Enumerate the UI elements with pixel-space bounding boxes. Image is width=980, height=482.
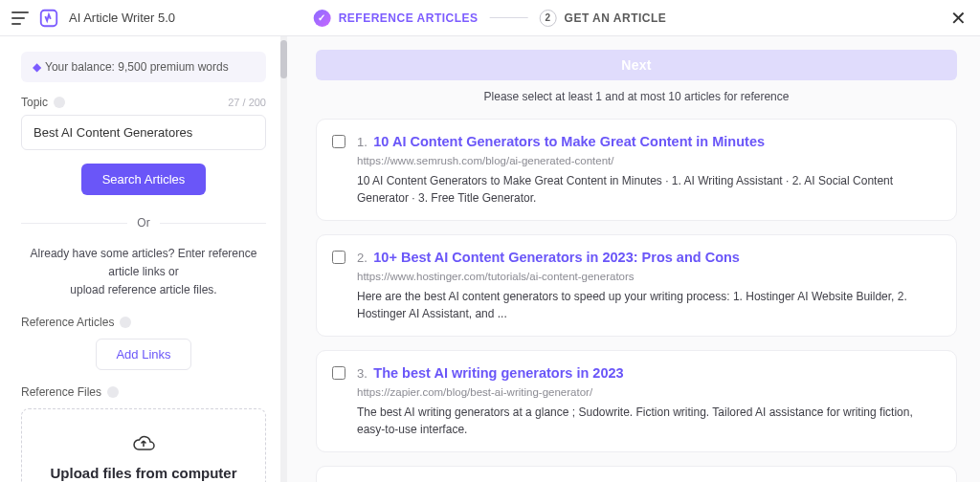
result-snippet: The best AI writing generators at a glan… xyxy=(357,404,939,438)
reference-files-label: Reference Files xyxy=(21,385,101,399)
step-reference-articles[interactable]: ✓ REFERENCE ARTICLES xyxy=(314,10,479,27)
result-card: 3. The best AI writing generators in 202… xyxy=(316,350,957,452)
topic-input[interactable] xyxy=(21,115,266,150)
app-header: AI Article Writer 5.0 ✓ REFERENCE ARTICL… xyxy=(0,0,980,36)
step-number-icon: 2 xyxy=(540,10,557,27)
info-icon[interactable] xyxy=(54,97,65,108)
result-snippet: 10 AI Content Generators to Make Great C… xyxy=(357,172,939,207)
result-checkbox[interactable] xyxy=(332,366,345,380)
result-checkbox[interactable] xyxy=(332,251,345,264)
result-url: https://zapier.com/blog/best-ai-writing-… xyxy=(357,386,939,398)
results-list: 1. 10 AI Content Generators to Make Grea… xyxy=(316,119,957,482)
result-number: 3. xyxy=(357,366,368,381)
check-icon: ✓ xyxy=(314,10,331,27)
result-title[interactable]: 10+ Best AI Content Generators in 2023: … xyxy=(373,250,740,265)
app-title: AI Article Writer 5.0 xyxy=(69,11,175,25)
result-checkbox[interactable] xyxy=(332,135,345,148)
char-counter: 27 / 200 xyxy=(228,97,266,108)
stepper: ✓ REFERENCE ARTICLES 2 GET AN ARTICLE xyxy=(314,10,667,27)
reference-articles-label: Reference Articles xyxy=(21,316,114,329)
result-title[interactable]: The best AI writing generators in 2023 xyxy=(373,365,623,381)
menu-icon[interactable] xyxy=(11,11,29,25)
result-number: 1. xyxy=(357,135,368,149)
result-card: 4. 11 Best AI Content Generators You Nee… xyxy=(316,466,957,482)
selection-hint: Please select at least 1 and at most 10 … xyxy=(316,90,957,103)
main-panel: Next Please select at least 1 and at mos… xyxy=(287,36,980,482)
search-articles-button[interactable]: Search Articles xyxy=(81,164,207,195)
balance-badge: ◆ Your balance: 9,500 premium words xyxy=(21,52,266,82)
dropzone-title: Upload files from computer xyxy=(32,465,256,481)
result-card: 1. 10 AI Content Generators to Make Grea… xyxy=(316,119,957,221)
or-divider: Or xyxy=(21,216,266,230)
upload-cloud-icon xyxy=(130,432,157,455)
result-url: https://www.hostinger.com/tutorials/ai-c… xyxy=(357,271,939,282)
app-logo-icon xyxy=(38,8,59,29)
sidebar: ◆ Your balance: 9,500 premium words Topi… xyxy=(0,36,287,482)
close-icon[interactable]: ✕ xyxy=(950,7,967,30)
result-snippet: Here are the best AI content generators … xyxy=(357,288,939,322)
result-url: https://www.semrush.com/blog/ai-generate… xyxy=(357,155,939,166)
add-links-button[interactable]: Add Links xyxy=(96,339,190,370)
info-icon[interactable] xyxy=(120,317,131,328)
bolt-icon: ◆ xyxy=(33,60,41,74)
next-button[interactable]: Next xyxy=(316,50,957,80)
result-number: 2. xyxy=(357,251,368,265)
step-get-article[interactable]: 2 GET AN ARTICLE xyxy=(540,10,667,27)
file-dropzone[interactable]: Upload files from computer or drag and d… xyxy=(21,408,266,482)
sidebar-scrollbar[interactable] xyxy=(280,36,287,482)
step-divider xyxy=(490,17,528,18)
info-icon[interactable] xyxy=(107,386,119,398)
result-title[interactable]: 10 AI Content Generators to Make Great C… xyxy=(373,134,765,149)
topic-label: Topic xyxy=(21,96,48,109)
help-text: Already have some articles? Enter refere… xyxy=(21,245,266,300)
result-card: 2. 10+ Best AI Content Generators in 202… xyxy=(316,234,957,337)
